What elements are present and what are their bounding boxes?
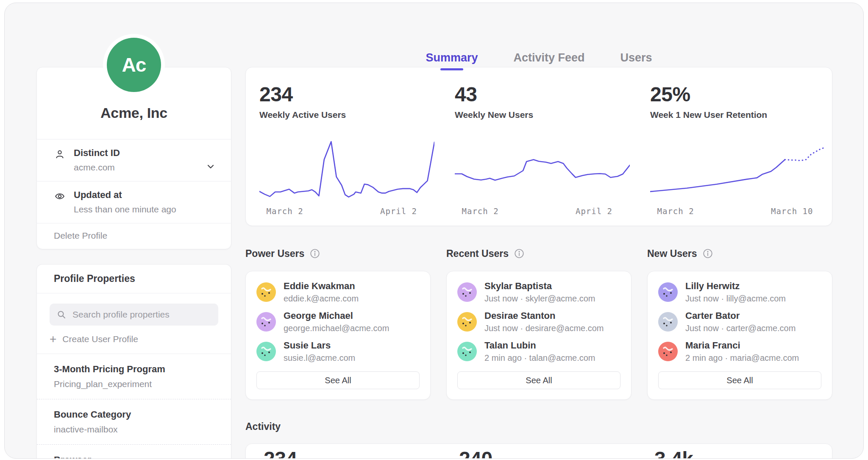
see-all-button[interactable]: See All: [256, 371, 420, 389]
user-avatar: [457, 282, 477, 302]
summary-stats-card: 234 Weekly Active Users March 2 April 2 …: [245, 67, 832, 226]
stat-label: Weekly Active Users: [259, 110, 434, 120]
recent-users-card: Skylar Baptista Just now · skyler@acme.c…: [446, 271, 632, 400]
field-label: Updated at: [74, 190, 176, 201]
activity-stat-1: 234: [246, 449, 441, 459]
tab-users[interactable]: Users: [620, 51, 652, 64]
tab-summary[interactable]: Summary: [426, 51, 478, 64]
stat-week1-retention: 25% Week 1 New User Retention March 2 Ma…: [637, 84, 832, 226]
stat-label: Weekly New Users: [455, 110, 630, 120]
property-name: Browser: [54, 454, 214, 459]
activity-section-title: Activity: [245, 421, 832, 432]
main-content: Summary Activity Feed Users 234 Weekly A…: [245, 3, 832, 458]
stat-value: 25%: [650, 84, 825, 105]
field-value: acme.com: [74, 162, 120, 173]
recent-users-section: Recent Users Skylar Baptista: [446, 247, 632, 400]
user-subtext: 2 min ago · talan@acme.com: [484, 353, 595, 363]
user-row[interactable]: Eddie Kwakman eddie.k@acme.com: [256, 281, 420, 304]
eye-icon: [54, 190, 67, 215]
user-subtext: Just now · desirare@acme.com: [484, 323, 604, 333]
user-name: Carter Bator: [685, 310, 796, 321]
plus-icon: +: [50, 335, 56, 344]
user-name: Eddie Kwakman: [284, 281, 359, 292]
tab-activity-feed[interactable]: Activity Feed: [513, 51, 584, 64]
property-row[interactable]: 3-Month Pricing Program Pricing_plan_exp…: [37, 354, 231, 399]
user-name: Lilly Herwitz: [685, 281, 786, 292]
section-title: Power Users: [245, 248, 304, 259]
new-users-section: New Users Lilly Herwitz Ju: [647, 247, 832, 400]
search-icon: [56, 309, 67, 320]
user-name: George Michael: [284, 310, 389, 321]
search-input[interactable]: [72, 309, 211, 320]
user-avatar: [457, 342, 477, 361]
user-avatar: [256, 312, 276, 332]
stat-value: 234: [259, 84, 434, 105]
profile-tabs: Summary Activity Feed Users: [245, 51, 832, 64]
info-icon[interactable]: [702, 248, 713, 259]
profile-properties-title: Profile Properties: [37, 265, 231, 293]
stat-value: 43: [455, 84, 630, 105]
user-row[interactable]: Susie Lars susie.l@acme.com: [256, 340, 420, 363]
power-users-section: Power Users Eddie Kwakman: [245, 247, 431, 400]
activity-stat-value: 240: [459, 449, 630, 459]
profile-properties-search[interactable]: [50, 304, 218, 326]
weekly-active-users-chart: [259, 134, 434, 201]
property-row[interactable]: Browser Chrome: [37, 444, 231, 459]
user-avatar: [658, 312, 678, 332]
activity-stats-card: 234 240 3.4k: [245, 443, 832, 459]
user-subtext: george.michael@acme.com: [284, 323, 389, 333]
user-row[interactable]: Lilly Herwitz Just now · lilly@acme.com: [658, 281, 821, 304]
user-lists-row: Power Users Eddie Kwakman: [245, 247, 832, 400]
user-name: Skylar Baptista: [484, 281, 595, 292]
stat-weekly-new-users: 43 Weekly New Users March 2 April 2: [441, 84, 637, 226]
see-all-button[interactable]: See All: [457, 371, 620, 389]
see-all-button[interactable]: See All: [658, 371, 821, 389]
user-subtext: susie.l@acme.com: [284, 353, 355, 363]
property-name: 3-Month Pricing Program: [54, 364, 214, 375]
user-name: Maria Franci: [685, 340, 799, 351]
user-row[interactable]: Talan Lubin 2 min ago · talan@acme.com: [457, 340, 620, 363]
user-avatar: [256, 282, 276, 302]
user-avatar: [457, 312, 477, 332]
user-subtext: Just now · lilly@acme.com: [685, 294, 786, 304]
delete-profile-button[interactable]: Delete Profile: [54, 231, 107, 240]
x-axis-label: March 2: [462, 206, 499, 216]
info-icon[interactable]: [514, 248, 525, 259]
property-value: Pricing_plan_experiment: [54, 379, 214, 389]
updated-at-row: Updated at Less than one minute ago: [37, 181, 231, 223]
week1-retention-chart: [650, 134, 825, 201]
user-subtext: eddie.k@acme.com: [284, 294, 359, 304]
user-row[interactable]: George Michael george.michael@acme.com: [256, 310, 420, 333]
user-row[interactable]: Skylar Baptista Just now · skyler@acme.c…: [457, 281, 620, 304]
activity-stat-3: 3.4k: [637, 449, 832, 459]
user-row[interactable]: Maria Franci 2 min ago · maria@acme.com: [658, 340, 821, 363]
power-users-card: Eddie Kwakman eddie.k@acme.com George Mi…: [245, 271, 431, 400]
user-name: Susie Lars: [284, 340, 355, 351]
chevron-down-icon[interactable]: [206, 162, 216, 173]
property-value: inactive-mailbox: [54, 424, 214, 435]
app-window: Ac Acme, Inc Distinct ID acme.com: [4, 3, 864, 459]
field-label: Distinct ID: [74, 148, 120, 159]
user-row[interactable]: Carter Bator Just now · carter@acme.com: [658, 310, 821, 333]
activity-stat-2: 240: [441, 449, 637, 459]
new-users-card: Lilly Herwitz Just now · lilly@acme.com …: [647, 271, 832, 400]
user-subtext: 2 min ago · maria@acme.com: [685, 353, 799, 363]
user-subtext: Just now · carter@acme.com: [685, 323, 796, 333]
create-user-profile-button[interactable]: + Create User Profile: [50, 334, 218, 344]
company-avatar-initials: Ac: [122, 53, 146, 76]
user-row[interactable]: Desirae Stanton Just now · desirare@acme…: [457, 310, 620, 333]
create-user-profile-label: Create User Profile: [62, 334, 138, 344]
user-name: Desirae Stanton: [484, 310, 604, 321]
activity-stat-value: 234: [264, 449, 434, 459]
info-icon[interactable]: [309, 248, 320, 259]
activity-stat-value: 3.4k: [654, 449, 825, 459]
property-row[interactable]: Bounce Category inactive-mailbox: [37, 399, 231, 444]
profile-summary-card: Acme, Inc Distinct ID acme.com: [36, 67, 231, 249]
user-subtext: Just now · skyler@acme.com: [484, 294, 595, 304]
property-name: Bounce Category: [54, 409, 214, 420]
person-icon: [54, 148, 67, 173]
user-avatar: [658, 282, 678, 302]
user-avatar: [658, 342, 678, 361]
x-axis-label: April 2: [576, 206, 612, 216]
user-avatar: [256, 342, 276, 361]
